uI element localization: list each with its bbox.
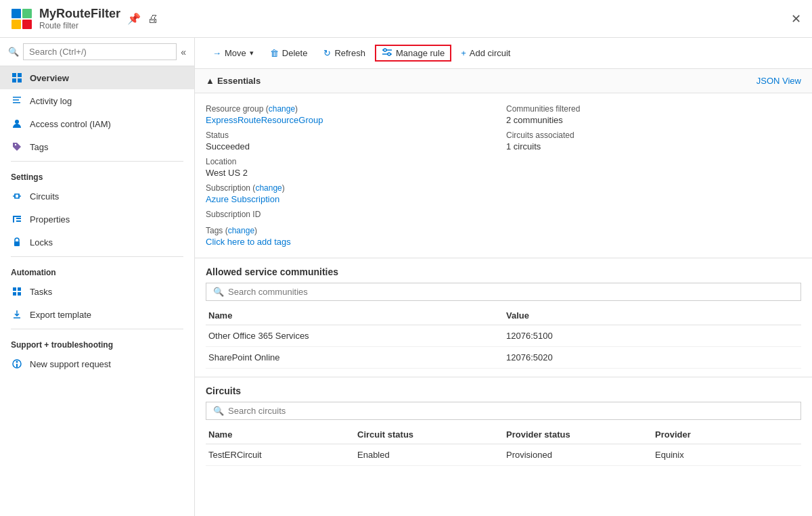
svg-rect-16 — [16, 218, 21, 219]
circuits-section: Circuits 🔍 Name Circuit status Provider … — [195, 377, 812, 474]
automation-section-label: Automation — [0, 260, 194, 280]
move-button[interactable]: → Move ▾ — [206, 45, 261, 62]
essentials-grid: Resource group (change) ExpressRouteReso… — [195, 93, 812, 258]
status-item: Status Succeeded — [206, 128, 501, 154]
sidebar-item-tags-label: Tags — [30, 142, 48, 152]
svg-rect-3 — [22, 20, 32, 29]
support-icon — [11, 358, 23, 370]
sidebar-item-circuits[interactable]: Circuits — [0, 185, 194, 208]
circuits-section-title: Circuits — [206, 385, 801, 396]
search-communities-box: 🔍 — [206, 283, 801, 301]
circuits-col-status: Circuit status — [355, 429, 503, 440]
sidebar-item-iam[interactable]: Access control (IAM) — [0, 112, 194, 135]
search-circuits-input[interactable] — [228, 406, 794, 416]
subscription-value[interactable]: Azure Subscription — [206, 194, 501, 204]
manage-rule-button[interactable]: Manage rule — [375, 45, 451, 62]
status-value: Succeeded — [206, 141, 501, 151]
communities-table: Name Value Other Office 365 Services 120… — [206, 306, 801, 369]
move-icon: → — [212, 48, 221, 58]
svg-point-24 — [16, 361, 18, 363]
communities-table-header: Name Value — [206, 306, 801, 325]
search-input[interactable] — [23, 43, 177, 60]
add-circuit-label: Add circuit — [470, 48, 511, 58]
sidebar-item-activity-log[interactable]: Activity log — [0, 89, 194, 112]
circuits-associated-value: 1 circuits — [506, 141, 801, 151]
community-row-1-value: 12076:5100 — [503, 331, 801, 341]
sidebar-item-export-template[interactable]: Export template — [0, 303, 194, 326]
svg-point-29 — [388, 53, 390, 55]
json-view-link[interactable]: JSON View — [757, 76, 801, 86]
subscription-item: Subscription (change) Azure Subscription — [206, 181, 501, 207]
pin-icon[interactable]: 📌 — [127, 12, 141, 25]
resource-group-value[interactable]: ExpressRouteResourceGroup — [206, 115, 501, 125]
svg-rect-18 — [14, 241, 20, 246]
svg-rect-10 — [13, 102, 20, 103]
svg-rect-0 — [12, 9, 21, 18]
svg-rect-2 — [12, 20, 21, 29]
community-row-2-value: 12076:5020 — [503, 352, 801, 362]
print-icon[interactable]: 🖨 — [148, 13, 158, 25]
svg-rect-6 — [12, 78, 16, 83]
subscription-change-link[interactable]: change — [255, 183, 281, 193]
svg-rect-25 — [16, 364, 18, 367]
search-communities-input[interactable] — [228, 287, 794, 297]
delete-button[interactable]: 🗑 Delete — [263, 45, 315, 62]
overview-icon — [11, 72, 23, 84]
communities-filtered-item: Communities filtered 2 communities — [506, 101, 801, 128]
divider-automation — [11, 256, 183, 257]
svg-rect-20 — [18, 287, 21, 291]
export-icon — [11, 308, 23, 321]
community-row-1-name: Other Office 365 Services — [206, 331, 503, 341]
svg-rect-4 — [12, 73, 16, 77]
circuit-row-1-status: Enabled — [355, 450, 503, 460]
circuits-col-provider: Provider — [652, 429, 801, 440]
sidebar-item-support[interactable]: New support request — [0, 352, 194, 375]
svg-rect-5 — [18, 73, 22, 77]
circuits-col-provider-status: Provider status — [503, 429, 652, 440]
community-row-2: SharePoint Online 12076:5020 — [206, 347, 801, 369]
sidebar-item-tags[interactable]: Tags — [0, 135, 194, 158]
refresh-button[interactable]: ↻ Refresh — [317, 45, 372, 62]
sidebar-item-overview[interactable]: Overview — [0, 66, 194, 89]
page-subtitle: Route filter — [39, 21, 120, 30]
add-circuit-button[interactable]: + Add circuit — [454, 45, 517, 62]
sidebar-item-tasks-label: Tasks — [30, 287, 52, 297]
circuits-col-name: Name — [206, 429, 355, 440]
circuit-row-1-provider-status: Provisioned — [503, 450, 652, 460]
circuits-table: Name Circuit status Provider status Prov… — [206, 425, 801, 466]
search-box: 🔍 « — [0, 38, 194, 66]
tasks-icon — [11, 285, 23, 298]
communities-col-name: Name — [206, 310, 503, 321]
svg-rect-15 — [13, 216, 21, 217]
sidebar-item-tasks[interactable]: Tasks — [0, 280, 194, 303]
search-circuits-box: 🔍 — [206, 402, 801, 420]
tags-value[interactable]: Click here to add tags — [206, 237, 501, 247]
manage-rule-icon — [382, 48, 392, 58]
circuits-icon — [11, 190, 23, 202]
iam-icon — [11, 118, 23, 130]
close-button[interactable]: ✕ — [791, 11, 801, 26]
circuit-row-1-provider: Equinix — [652, 450, 801, 460]
refresh-icon: ↻ — [323, 48, 331, 58]
page-title: MyRouteFilter — [39, 7, 120, 21]
tags-icon — [11, 141, 23, 153]
collapse-icon[interactable]: « — [181, 47, 186, 57]
resource-group-change-link[interactable]: change — [269, 104, 295, 114]
settings-section-label: Settings — [0, 164, 194, 185]
tags-change-link[interactable]: change — [228, 226, 254, 235]
collapse-essentials-icon[interactable]: ▲ — [206, 76, 215, 86]
communities-section-title: Allowed service communities — [206, 266, 801, 277]
sidebar-item-locks[interactable]: Locks — [0, 231, 194, 254]
main-layout: 🔍 « Overview Activity log Access control… — [0, 38, 812, 516]
sidebar-item-circuits-label: Circuits — [30, 191, 59, 202]
delete-icon: 🗑 — [270, 48, 279, 58]
svg-rect-17 — [16, 220, 21, 222]
header-icons: 📌 🖨 — [127, 12, 158, 25]
circuit-row-1-name: TestERCircuit — [206, 450, 355, 460]
svg-rect-21 — [13, 292, 16, 296]
svg-point-11 — [15, 120, 19, 124]
sidebar-item-properties[interactable]: Properties — [0, 208, 194, 231]
svg-rect-8 — [13, 97, 21, 98]
activity-log-icon — [11, 95, 23, 107]
divider-support — [11, 329, 183, 329]
